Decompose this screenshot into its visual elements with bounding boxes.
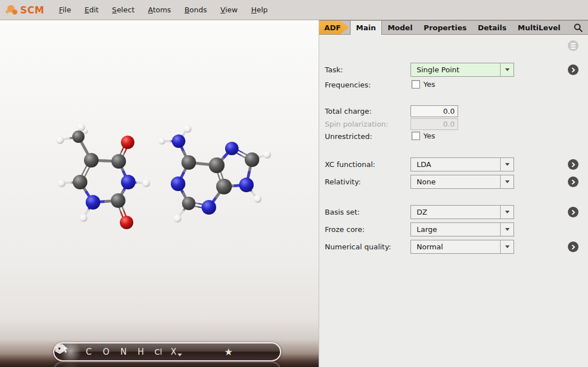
menu-atoms[interactable]: Atoms	[141, 3, 178, 16]
total-charge-row: Total charge:	[319, 105, 588, 117]
unrestricted-checkbox[interactable]: Yes	[412, 132, 435, 140]
task-dropdown-arrow[interactable]	[500, 63, 514, 76]
atom-O[interactable]	[121, 136, 134, 149]
tab-model[interactable]: Model	[382, 21, 418, 34]
atom-N[interactable]	[121, 175, 136, 189]
molecule-canvas[interactable]	[0, 20, 319, 367]
atom-H[interactable]	[77, 123, 85, 131]
menu-select[interactable]: Select	[105, 3, 141, 16]
element-o-button[interactable]: O	[97, 343, 115, 360]
frozen-core-label: Froze core:	[325, 222, 365, 237]
atom-H[interactable]	[184, 125, 192, 133]
element-x-button[interactable]: X	[167, 343, 186, 360]
atom-C[interactable]	[245, 152, 259, 167]
molecule-viewer[interactable]: C O N H Cl X ★	[0, 20, 319, 367]
atom-C[interactable]	[216, 179, 232, 194]
atom-N[interactable]	[225, 142, 239, 155]
frequencies-checkbox-label: Yes	[423, 80, 435, 89]
basis-set-value: DZ	[411, 208, 500, 216]
basis-set-label: Basis set:	[325, 205, 360, 220]
frequencies-label: Frequencies:	[325, 80, 371, 90]
ring-tool-button[interactable]	[186, 343, 204, 360]
total-charge-input[interactable]	[410, 105, 458, 117]
numerical-quality-dropdown-arrow[interactable]	[500, 240, 514, 253]
atom-C[interactable]	[84, 153, 99, 168]
atom-C[interactable]	[181, 155, 196, 170]
atom-H[interactable]	[174, 215, 181, 222]
atom-H[interactable]	[158, 138, 165, 145]
atom-C[interactable]	[72, 131, 85, 143]
star-tool-button[interactable]: ★	[220, 343, 237, 360]
atom-C[interactable]	[209, 157, 225, 173]
spin-polarization-row: Spin polarization:	[319, 118, 588, 130]
unrestricted-label: Unrestricted:	[325, 132, 372, 142]
panel-menu-disc-button[interactable]	[568, 40, 578, 51]
search-button[interactable]	[573, 21, 588, 34]
atom-H[interactable]	[263, 151, 271, 159]
tab-details[interactable]: Details	[472, 21, 512, 34]
adf-badge: ADF	[319, 21, 349, 34]
numerical-quality-value: Normal	[411, 243, 500, 251]
element-cl-button[interactable]: Cl	[150, 343, 167, 360]
frozen-core-dropdown-arrow[interactable]	[500, 223, 514, 236]
frozen-core-dropdown[interactable]: Large	[410, 222, 514, 236]
atom-H[interactable]	[56, 136, 64, 144]
basis-set-detail-button[interactable]	[568, 207, 578, 217]
balloon-tool-button[interactable]	[237, 343, 255, 360]
checkbox-box[interactable]	[412, 132, 420, 140]
task-label: Task:	[325, 63, 343, 77]
menu-file[interactable]: File	[52, 3, 78, 16]
input-panel: ADF Main Model Properties Details MultiL…	[319, 20, 588, 367]
basis-set-dropdown-arrow[interactable]	[500, 206, 514, 219]
xc-functional-dropdown[interactable]: LDA	[410, 157, 514, 171]
atom-C[interactable]	[111, 193, 125, 208]
xc-functional-label: XC functional:	[325, 157, 375, 172]
atom-H[interactable]	[142, 179, 150, 187]
atom-H[interactable]	[254, 195, 262, 203]
unrestricted-row: Unrestricted: Yes	[319, 132, 588, 142]
atom-O[interactable]	[120, 216, 133, 229]
atom-H[interactable]	[58, 179, 66, 187]
xc-functional-dropdown-arrow[interactable]	[500, 158, 514, 171]
atom-N[interactable]	[86, 195, 100, 210]
atom-N[interactable]	[171, 176, 185, 191]
element-x-label: X	[171, 347, 176, 357]
tab-properties[interactable]: Properties	[418, 21, 473, 34]
numerical-quality-detail-button[interactable]	[568, 241, 578, 252]
tab-multilevel[interactable]: MultiLevel	[512, 21, 566, 34]
frequencies-checkbox[interactable]: Yes	[412, 80, 435, 89]
search-icon	[573, 23, 583, 32]
atom-N[interactable]	[172, 134, 185, 148]
atom-N[interactable]	[239, 178, 254, 192]
atom-C[interactable]	[111, 154, 126, 169]
numerical-quality-dropdown[interactable]: Normal	[410, 240, 514, 254]
atom-H[interactable]	[80, 214, 87, 222]
chevron-down-icon	[505, 211, 510, 213]
menu-help[interactable]: Help	[244, 3, 274, 16]
frozen-core-value: Large	[411, 225, 500, 234]
frequencies-row: Frequencies: Yes	[319, 80, 588, 90]
relativity-dropdown-arrow[interactable]	[500, 175, 514, 188]
element-x-dropdown-arrow-icon	[178, 354, 182, 356]
atom-N[interactable]	[202, 200, 216, 215]
atom-C[interactable]	[73, 175, 87, 189]
settings-tool-button[interactable]	[255, 343, 273, 360]
element-h-button[interactable]: H	[132, 343, 150, 360]
atom-C[interactable]	[182, 197, 195, 210]
task-dropdown[interactable]: Single Point	[410, 63, 514, 77]
checkbox-box[interactable]	[412, 80, 420, 89]
menu-view[interactable]: View	[214, 3, 245, 16]
menu-bonds[interactable]: Bonds	[178, 3, 213, 16]
element-n-button[interactable]: N	[115, 343, 132, 360]
menu-edit[interactable]: Edit	[78, 3, 105, 16]
basis-set-dropdown[interactable]: DZ	[410, 205, 514, 219]
tab-main[interactable]: Main	[350, 21, 382, 35]
chevron-down-icon	[505, 245, 510, 248]
task-row: Task: Single Point	[319, 63, 588, 77]
task-detail-button[interactable]	[568, 64, 578, 75]
element-c-button[interactable]: C	[80, 343, 97, 360]
relativity-detail-button[interactable]	[568, 176, 578, 187]
relativity-dropdown[interactable]: None	[410, 175, 514, 189]
tab-bar: ADF Main Model Properties Details MultiL…	[319, 20, 588, 35]
xc-functional-detail-button[interactable]	[568, 159, 578, 170]
